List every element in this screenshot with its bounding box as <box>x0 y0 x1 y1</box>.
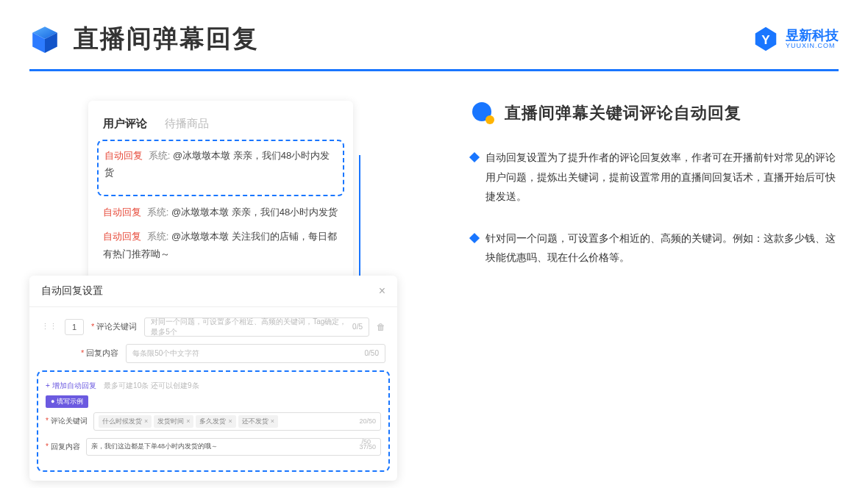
diamond-icon <box>469 152 480 162</box>
example-keyword-input[interactable]: 什么时候发货× 发货时间× 多久发货× 还不发货× 20/50 <box>93 412 381 431</box>
example-reply-input[interactable]: 亲，我们这边都是下单48小时内发货的哦～ 37/50 <box>86 438 381 456</box>
system-label: 系统: <box>147 231 169 242</box>
example-badge: ● 填写示例 <box>46 395 88 408</box>
tab-user-comments[interactable]: 用户评论 <box>103 117 147 131</box>
reply-input[interactable]: 每条限50个中文字符 0/50 <box>126 344 385 363</box>
svg-point-5 <box>485 115 494 124</box>
bullet-point: 针对同一个问题，可设置多个相近的、高频的关键词。例如：这款多少钱、这块能优惠吗、… <box>471 229 839 268</box>
bullet-point: 自动回复设置为了提升作者的评论回复效率，作者可在开播前针对常见的评论用户问题，提… <box>471 148 839 207</box>
section-title: 直播间弹幕关键词评论自动回复 <box>505 102 741 124</box>
keyword-input[interactable]: 对同一个问题，可设置多个相近、高频的关键词，Tag确定，最多5个 0/5 <box>144 317 369 337</box>
brand-logo-icon: Y <box>752 25 780 53</box>
settings-modal: 自动回复设置 × ⋮⋮ 1 *评论关键词 对同一个问题，可设置多个相近、高频的关… <box>29 276 397 481</box>
example-box: + 增加自动回复 最多可建10条 还可以创建9条 ● 填写示例 *评论关键词 什… <box>37 370 390 472</box>
label-reply: 回复内容 <box>86 348 118 357</box>
comment-row: 自动回复 系统: @冰墩墩本墩 亲亲，我们48小时内发货 <box>103 204 338 220</box>
diamond-icon <box>469 233 480 243</box>
comments-card: 用户评论 待播商品 自动回复 系统: @冰墩墩本墩 亲亲，我们48小时内发货 自… <box>88 101 353 283</box>
auto-reply-tag: 自动回复 <box>104 150 143 161</box>
ex-label-reply: 回复内容 <box>51 442 80 451</box>
system-label: 系统: <box>149 150 171 161</box>
highlighted-comment: 自动回复 系统: @冰墩墩本墩 亲亲，我们48小时内发货 <box>97 140 344 196</box>
drag-icon[interactable]: ⋮⋮ <box>41 322 57 331</box>
bubble-icon <box>471 101 496 126</box>
tag-chip[interactable]: 还不发货× <box>238 415 278 428</box>
svg-text:Y: Y <box>761 33 770 47</box>
brand-url: YUUXIN.COM <box>786 42 839 49</box>
comment-row: 自动回复 系统: @冰墩墩本墩 关注我们的店铺，每日都有热门推荐呦～ <box>103 228 338 262</box>
add-reply-link[interactable]: + 增加自动回复 <box>46 381 96 390</box>
modal-title: 自动回复设置 <box>41 284 103 298</box>
auto-reply-tag: 自动回复 <box>103 207 141 218</box>
auto-reply-tag: 自动回复 <box>103 231 141 242</box>
label-keyword: 评论关键词 <box>96 322 137 331</box>
system-label: 系统: <box>147 207 169 218</box>
cube-icon <box>29 24 60 54</box>
tag-chip[interactable]: 什么时候发货× <box>99 415 152 428</box>
delete-icon[interactable]: 🗑 <box>377 322 385 332</box>
ex-label-keyword: 评论关键词 <box>51 417 88 425</box>
tag-chip[interactable]: 发货时间× <box>154 415 193 428</box>
limit-hint: 最多可建10条 还可以创建9条 <box>104 381 199 390</box>
brand-name: 昱新科技 <box>786 29 839 42</box>
overflow-counter: /50 <box>361 438 371 445</box>
tag-chip[interactable]: 多久发货× <box>196 415 235 428</box>
tab-pending-products[interactable]: 待播商品 <box>165 117 209 131</box>
comment-text: @冰墩墩本墩 亲亲，我们48小时内发货 <box>171 207 338 218</box>
close-icon[interactable]: × <box>379 284 385 298</box>
page-title: 直播间弹幕回复 <box>74 22 259 56</box>
order-number: 1 <box>65 319 84 335</box>
